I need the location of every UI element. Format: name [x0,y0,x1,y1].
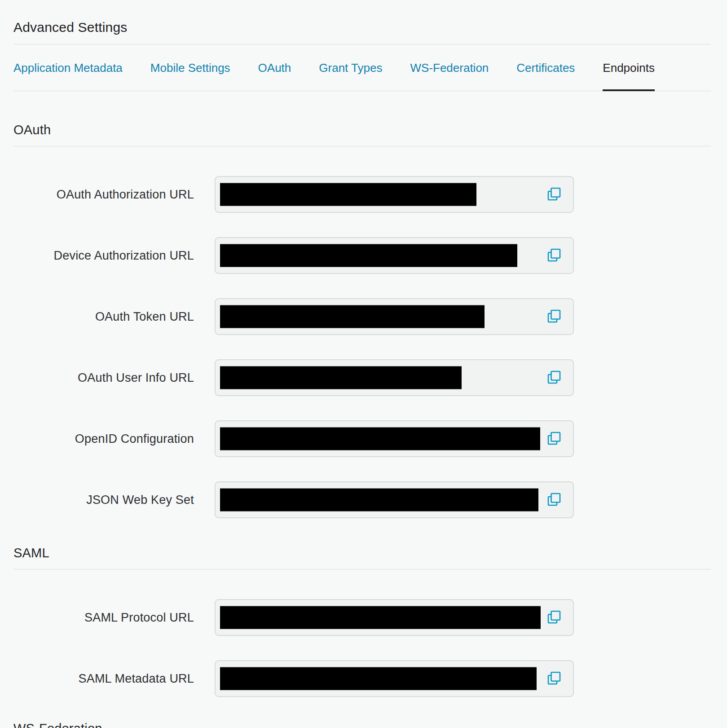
copy-icon[interactable] [547,671,561,686]
field-label: OAuth Authorization URL [13,188,194,202]
tab-ws-federation[interactable]: WS-Federation [410,44,489,91]
tab-oauth[interactable]: OAuth [258,44,291,91]
tab-bar: Application Metadata Mobile Settings OAu… [13,44,711,91]
field-row-oauth-authorization-url: OAuth Authorization URL [13,176,711,213]
device-authorization-url-value [215,237,574,274]
oauth-authorization-url-value [215,176,574,213]
tab-grant-types[interactable]: Grant Types [319,44,382,91]
field-label: OAuth User Info URL [13,371,194,385]
saml-protocol-url-value [215,599,574,636]
oauth-user-info-url-value [215,359,574,396]
tab-endpoints[interactable]: Endpoints [603,44,655,91]
advanced-settings-page: Advanced Settings Application Metadata M… [0,0,727,728]
section-divider [13,146,711,146]
redacted-value [220,606,541,629]
redacted-value [220,489,538,512]
field-label: OpenID Configuration [13,432,194,446]
copy-icon[interactable] [547,492,561,507]
redacted-value [220,428,540,450]
tab-application-metadata[interactable]: Application Metadata [13,44,123,91]
field-label: OAuth Token URL [13,310,194,324]
field-row-device-authorization-url: Device Authorization URL [13,237,711,274]
field-label: SAML Metadata URL [13,672,194,686]
page-title: Advanced Settings [13,21,711,34]
tab-mobile-settings[interactable]: Mobile Settings [150,44,230,91]
redacted-value [220,183,476,206]
redacted-value [220,366,462,389]
oauth-fields: OAuth Authorization URL Device Authoriza… [13,176,711,518]
copy-icon[interactable] [547,187,561,202]
field-row-json-web-key-set: JSON Web Key Set [13,481,711,518]
section-heading-ws-federation: WS-Federation [13,722,711,728]
oauth-token-url-value [215,298,574,335]
saml-fields: SAML Protocol URL SAML Metadata URL [13,599,711,697]
tab-certificates[interactable]: Certificates [516,44,575,91]
section-heading-oauth: OAuth [13,124,711,137]
copy-icon[interactable] [547,248,561,263]
json-web-key-set-value [215,481,574,518]
saml-metadata-url-value [215,660,574,697]
section-heading-saml: SAML [13,547,711,560]
section-divider [13,569,711,569]
field-row-oauth-user-info-url: OAuth User Info URL [13,359,711,396]
copy-icon[interactable] [547,309,561,324]
field-label: JSON Web Key Set [13,493,194,507]
copy-icon[interactable] [547,431,561,446]
field-label: Device Authorization URL [13,249,194,263]
field-row-oauth-token-url: OAuth Token URL [13,298,711,335]
field-row-openid-configuration: OpenID Configuration [13,420,711,457]
openid-configuration-value [215,420,574,457]
copy-icon[interactable] [547,610,561,625]
field-label: SAML Protocol URL [13,611,194,625]
field-row-saml-metadata-url: SAML Metadata URL [13,660,711,697]
copy-icon[interactable] [547,370,561,385]
field-row-saml-protocol-url: SAML Protocol URL [13,599,711,636]
redacted-value [220,667,537,690]
redacted-value [220,305,485,328]
redacted-value [220,244,517,267]
